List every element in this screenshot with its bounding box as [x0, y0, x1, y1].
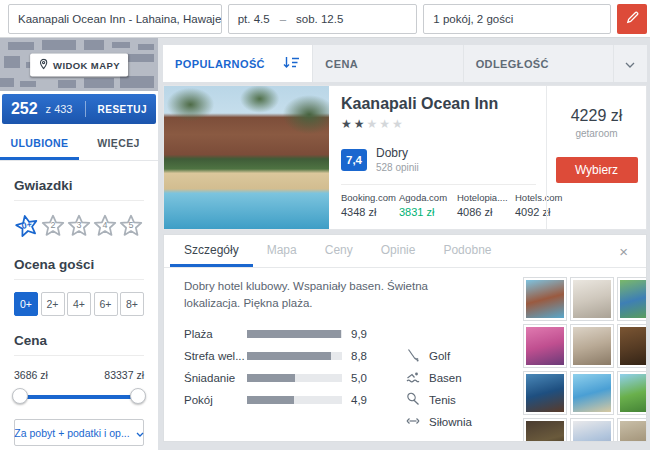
price-max-label: 83337 zł [104, 369, 144, 381]
sort-tab-distance[interactable]: ODLEGŁOŚĆ [463, 45, 613, 82]
slider-handle-min[interactable] [12, 388, 28, 404]
star-icon: ★ [341, 117, 354, 131]
price-range-slider [14, 387, 144, 405]
amenity-pool: Basen [406, 367, 524, 389]
gallery-photo[interactable] [618, 419, 647, 442]
close-icon[interactable]: × [619, 243, 628, 260]
star-icon: ★ [379, 117, 392, 131]
guest-rating-options: 0+ 2+ 4+ 6+ 8+ [14, 292, 144, 316]
guests-selector[interactable]: 1 pokój, 2 gości [423, 4, 611, 34]
edit-search-button[interactable] [617, 4, 647, 34]
stars-filter-section: Gwiazdki 0+ 2 3 4 5 Ocena gośc [0, 178, 158, 446]
amenity-golf: Golf [406, 345, 524, 367]
rating-bar [247, 374, 342, 382]
sort-tab-price[interactable]: CENA [312, 45, 462, 82]
guest-rating-2plus[interactable]: 2+ [41, 292, 65, 316]
results-total: z 433 [46, 103, 73, 115]
gallery-photo[interactable] [618, 325, 647, 367]
star-option-0plus[interactable]: 0+ [11, 211, 42, 243]
date-to: sob. 12.5 [296, 13, 343, 25]
hotel-name[interactable]: Kaanapali Ocean Inn [341, 95, 536, 113]
offer-agoda[interactable]: Agoda.com 3831 zł [399, 192, 447, 218]
reviews-count[interactable]: 528 opinii [376, 162, 419, 173]
gallery-photo[interactable] [571, 325, 613, 367]
details-tab-opinie[interactable]: Opinie [367, 235, 430, 267]
offer-booking[interactable]: Booking.com 4348 zł [341, 192, 389, 218]
results-count: 252 [11, 100, 38, 118]
select-deal-button[interactable]: Wybierz [556, 157, 638, 183]
details-tab-podobne[interactable]: Podobne [429, 235, 505, 267]
search-value: Kaanapali Ocean Inn - Lahaina, Hawaje, S… [18, 13, 222, 25]
reset-filters-button[interactable]: RESETUJ [98, 104, 148, 115]
sort-options-expander[interactable] [613, 45, 647, 82]
ratings-block: Dobry hotel klubowy. Wspaniały basen. Św… [184, 278, 384, 442]
star-option-4[interactable]: 4 [92, 213, 118, 240]
best-price-provider: getaroom [547, 128, 646, 139]
map-view-thumbnail[interactable]: WIDOK MAPY [0, 38, 158, 91]
slider-track [16, 395, 142, 399]
sidebar-tabs: ULUBIONE WIĘCEJ [0, 127, 158, 161]
star-option-3[interactable]: 3 [66, 213, 92, 240]
best-price: 4229 zł [547, 107, 646, 125]
price-section-title: Cena [14, 333, 144, 356]
star-icon: ★ [367, 117, 380, 131]
slider-handle-max[interactable] [130, 388, 146, 404]
gallery-photo[interactable] [571, 278, 613, 320]
details-tab-ceny[interactable]: Ceny [311, 235, 367, 267]
tab-more[interactable]: WIĘCEJ [79, 127, 158, 160]
rating-text: Dobry 528 opinii [376, 146, 419, 175]
gallery-photo[interactable] [571, 419, 613, 442]
gallery-photo[interactable] [524, 372, 566, 414]
guest-rating-section-title: Ocena gości [14, 257, 144, 280]
details-tab-szczegoly[interactable]: Szczegóły [170, 235, 253, 267]
hotel-result-card: Kaanapali Ocean Inn ★★★★★ 7,4 Dobry 528 … [163, 85, 647, 230]
date-range-picker[interactable]: pt. 4.5 – sob. 12.5 [228, 4, 418, 34]
guests-value: 1 pokój, 2 gości [433, 13, 513, 25]
gallery-photo[interactable] [524, 278, 566, 320]
amenity-gym: Siłownia [406, 411, 524, 433]
gallery-photo[interactable] [571, 372, 613, 414]
gallery-photo[interactable] [524, 419, 566, 442]
gallery-photo[interactable] [618, 372, 647, 414]
pencil-icon [625, 10, 640, 28]
guest-rating-4plus[interactable]: 4+ [67, 292, 91, 316]
chevron-down-icon [136, 427, 144, 439]
gallery-photo[interactable] [524, 325, 566, 367]
rating-row: Strefa wel... 8,8 [184, 345, 384, 367]
rating-bar [247, 352, 342, 360]
price-mode-dropdown[interactable]: Za pobyt + podatki i op... [14, 419, 144, 446]
price-comparison-row: Booking.com 4348 zł Agoda.com 3831 zł Ho… [341, 184, 536, 218]
search-input[interactable]: Kaanapali Ocean Inn - Lahaina, Hawaje, S… [8, 4, 222, 34]
sort-order-icon [283, 56, 300, 71]
photo-gallery [524, 278, 647, 442]
sort-tab-popularity[interactable]: POPULARNOŚĆ [163, 45, 312, 82]
star-icon: ★ [354, 117, 367, 131]
tab-favourites[interactable]: ULUBIONE [0, 127, 79, 160]
map-pin-icon [38, 58, 49, 71]
star-icon: ★ [392, 117, 405, 131]
rating-bar [247, 330, 342, 338]
guest-rating-6plus[interactable]: 6+ [94, 292, 118, 316]
details-tab-mapa[interactable]: Mapa [253, 235, 311, 267]
date-from: pt. 4.5 [238, 13, 270, 25]
swimmer-icon [406, 370, 420, 387]
rating-score-badge: 7,4 [341, 149, 367, 171]
rating-bar [247, 396, 342, 404]
star-filter-options: 0+ 2 3 4 5 [14, 213, 144, 240]
gallery-photo[interactable] [618, 278, 647, 320]
map-view-button[interactable]: WIDOK MAPY [30, 53, 128, 76]
hotel-details-panel: Szczegóły Mapa Ceny Opinie Podobne × Dob… [163, 234, 647, 442]
hotel-description: Dobry hotel klubowy. Wspaniały basen. Św… [184, 278, 479, 311]
star-option-2[interactable]: 2 [40, 213, 66, 240]
guest-rating-0plus[interactable]: 0+ [14, 292, 38, 316]
amenity-tennis: Tenis [406, 389, 524, 411]
offer-hotelopia[interactable]: Hotelopia.... 4086 zł [457, 192, 505, 218]
hotel-photo[interactable] [164, 86, 329, 229]
guest-rating-8plus[interactable]: 8+ [120, 292, 144, 316]
best-deal-column: 4229 zł getaroom Wybierz [546, 86, 646, 229]
details-tabs: Szczegóły Mapa Ceny Opinie Podobne × [164, 235, 646, 268]
results-counter-bar: 252 z 433 RESETUJ [2, 94, 156, 124]
star-option-5[interactable]: 5 [118, 213, 144, 240]
date-separator: – [280, 13, 286, 25]
rating-row: Pokój 4,9 [184, 389, 384, 411]
